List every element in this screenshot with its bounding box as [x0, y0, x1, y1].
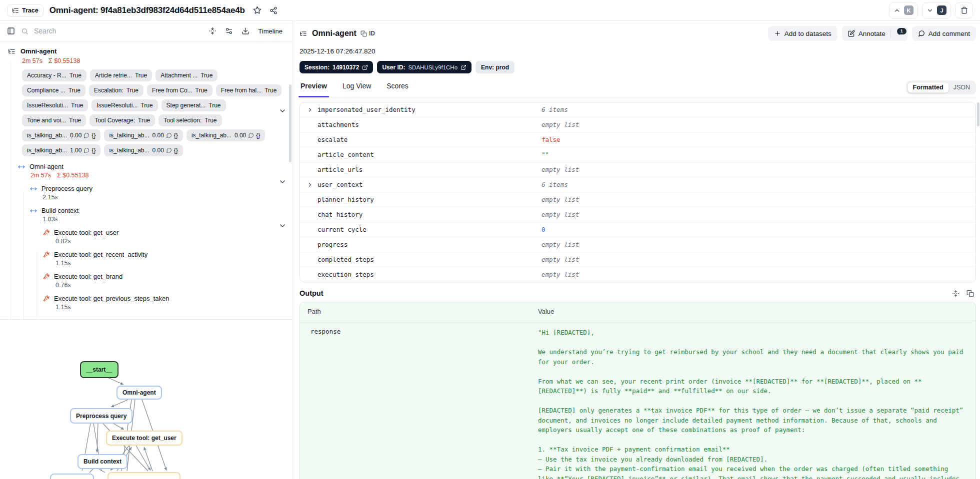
tree-item-build-context[interactable]: Build context 1.03s	[30, 207, 292, 223]
score-chip[interactable]: is_talking_ab...0.00{}	[22, 129, 100, 141]
collapse-chevron-icon[interactable]	[278, 222, 286, 230]
score-chip[interactable]: is_talking_ab...0.00{}	[186, 129, 265, 141]
format-toggle-formatted[interactable]: Formatted	[908, 82, 949, 93]
tree-root-label: Omni-agent	[20, 47, 56, 55]
graph-node-partial[interactable]	[108, 472, 180, 479]
score-chip[interactable]: Free from Co...True	[147, 84, 212, 96]
score-chip[interactable]: Compliance ...True	[22, 84, 86, 96]
panel-collapse-icon[interactable]	[7, 27, 15, 35]
score-chip[interactable]: Tone and voi...True	[22, 114, 86, 126]
score-chip[interactable]: IssueResoluti...True	[22, 99, 88, 111]
duration-value: 0.76s	[56, 282, 292, 289]
annotate-button[interactable]: Annotate	[842, 30, 890, 37]
row-value: empty list	[542, 166, 976, 173]
tree-item-execute-get-user[interactable]: Execute tool: get_user 0.82s	[43, 229, 292, 245]
score-chip[interactable]: Free from hal...True	[216, 84, 282, 96]
delete-trace-button[interactable]	[955, 2, 973, 18]
score-chip[interactable]: Step generat...True	[162, 99, 226, 111]
tree-item-label: Execute tool: get_user	[54, 229, 118, 236]
score-chip[interactable]: IssueResoluti...True	[92, 99, 158, 111]
add-to-datasets-button[interactable]: Add to datasets	[768, 26, 838, 41]
table-row: article_content ""	[300, 147, 976, 162]
tree-root-omni-agent[interactable]: Omni-agent	[8, 47, 292, 55]
fold-all-icon[interactable]	[208, 27, 216, 35]
expand-chevron-icon[interactable]	[307, 107, 318, 113]
observation-title: Omni-agent	[312, 29, 356, 38]
search-box[interactable]	[21, 26, 202, 35]
sidebar-scrollbar[interactable]	[289, 84, 292, 162]
graph-node-partial[interactable]	[50, 474, 94, 479]
settings-sliders-icon[interactable]	[225, 27, 233, 35]
tree-item-label: Preprocess query	[42, 185, 92, 192]
score-chip[interactable]: Article retrie...True	[90, 69, 152, 81]
collapse-chevron-icon[interactable]	[278, 178, 286, 186]
graph-node-omni-agent[interactable]: Omni-agent	[116, 386, 162, 400]
duration-value: 1.15s	[56, 304, 292, 311]
copy-output-icon[interactable]	[966, 290, 974, 297]
previous-trace-button[interactable]: K	[889, 2, 918, 18]
row-value: empty list	[542, 211, 976, 218]
graph-node-start[interactable]: __start__	[80, 361, 118, 378]
collapse-chevron-icon[interactable]	[278, 107, 286, 115]
duration-value: 2.15s	[42, 194, 292, 201]
user-id-badge[interactable]: User ID: SDAHUSLy9f1CHo	[377, 61, 472, 73]
comment-bubble-icon	[84, 132, 90, 138]
annotation-count-badge: 1	[897, 28, 906, 34]
graph-node-preprocess-query[interactable]: Preprocess query	[70, 408, 132, 424]
timeline-toggle[interactable]: Timeline	[258, 27, 282, 35]
tab-scores[interactable]: Scores	[386, 81, 410, 97]
table-row: current_cycle 0	[300, 222, 976, 237]
table-row: attachments empty list	[300, 117, 976, 132]
main-scrollbar[interactable]	[977, 102, 980, 126]
table-row: chat_history empty list	[300, 207, 976, 222]
graph-node-execute-get-user[interactable]: Execute tool: get_user	[106, 431, 182, 446]
tab-preview[interactable]: Preview	[300, 81, 328, 97]
score-chip[interactable]: Tool selection:True	[158, 114, 222, 126]
score-chip[interactable]: is_talking_ab...1.00{}	[22, 144, 100, 156]
score-chip[interactable]: is_talking_ab...0.00{}	[104, 144, 182, 156]
score-chip[interactable]: Tool Coverage:True	[90, 114, 155, 126]
graph-node-build-context[interactable]: Build context	[78, 454, 128, 469]
table-row[interactable]: user_context 6 items	[300, 177, 976, 192]
fold-output-icon[interactable]	[952, 290, 960, 297]
tab-log-view[interactable]: Log View	[342, 81, 372, 97]
star-icon[interactable]	[253, 6, 262, 14]
search-input[interactable]	[33, 26, 202, 35]
session-badge[interactable]: Session: 14910372	[300, 61, 373, 73]
copy-id-button[interactable]: ID	[360, 30, 375, 37]
score-chip[interactable]: is_talking_ab...0.00{}	[104, 129, 182, 141]
trace-viewer-app: Trace Omni-agent: 9f4a81eb3df983f24d64d5…	[0, 0, 980, 479]
add-comment-button[interactable]: Add comment	[912, 26, 976, 41]
input-key-value-table: impersonated_user_identity 6 items attac…	[300, 102, 976, 282]
score-chip[interactable]: Attachment ...True	[156, 69, 218, 81]
row-value: 6 items	[542, 106, 976, 113]
duration-value: 0.82s	[56, 238, 292, 245]
format-toggle: Formatted JSON	[906, 80, 976, 94]
table-row: execution_steps empty list	[300, 267, 976, 282]
table-row[interactable]: impersonated_user_identity 6 items	[300, 102, 976, 117]
tree-item-omni-agent[interactable]: Omni-agent 2m 57s Σ $0.55138	[18, 163, 292, 179]
share-icon[interactable]	[270, 6, 278, 14]
comment-bubble-icon	[84, 147, 90, 153]
duration-value: 1.15s	[56, 260, 292, 267]
output-path: response	[300, 328, 538, 479]
tree-item-execute-get-previous-steps[interactable]: Execute tool: get_previous_steps_taken 1…	[43, 295, 292, 311]
id-label: ID	[369, 30, 375, 37]
download-icon[interactable]	[242, 27, 250, 35]
tree-item-preprocess-query[interactable]: Preprocess query 2.15s	[30, 185, 292, 201]
format-toggle-json[interactable]: JSON	[949, 82, 974, 92]
expand-chevron-icon[interactable]	[307, 182, 318, 188]
wrench-icon	[43, 229, 50, 236]
next-trace-button[interactable]: J	[922, 2, 951, 18]
score-chip[interactable]: Escalation:True	[89, 84, 144, 96]
tree-item-execute-get-recent-activity[interactable]: Execute tool: get_recent_activity 1.15s	[43, 251, 292, 267]
score-chips: Accuracy - R...True Article retrie...Tru…	[22, 69, 283, 156]
duration-value: 2m 57s	[22, 57, 42, 64]
output-table: Path Value response "Hi [REDACTED], We u…	[300, 302, 976, 479]
annotate-dropdown-button[interactable]: 1	[891, 30, 908, 37]
tree-item-execute-get-brand[interactable]: Execute tool: get_brand 0.76s	[43, 273, 292, 289]
tree-item-label: Omni-agent	[30, 163, 64, 170]
score-chip[interactable]: Accuracy - R...True	[22, 69, 86, 81]
tree-item-label: Execute tool: get_recent_activity	[54, 251, 148, 258]
comment-bubble-icon	[166, 147, 172, 153]
